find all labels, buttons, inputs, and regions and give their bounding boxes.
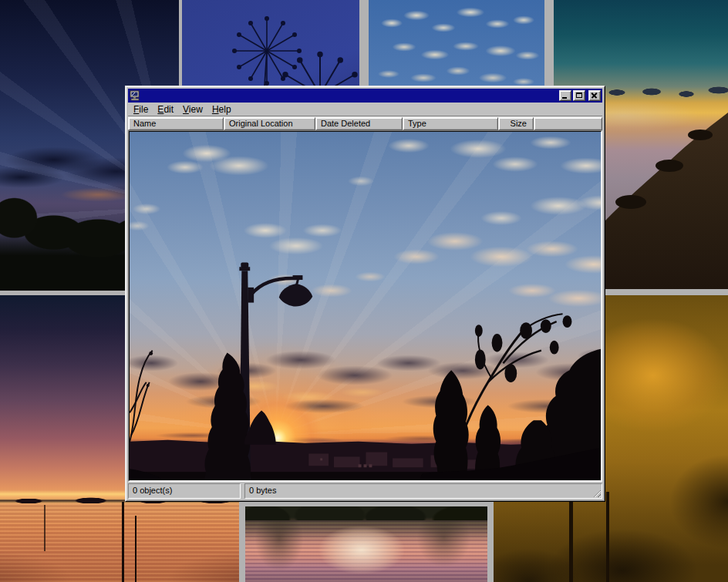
menu-view[interactable]: View bbox=[178, 103, 207, 116]
recycle-bin-window: File Edit View Help Name Original Locati… bbox=[125, 86, 605, 502]
silhouettes bbox=[130, 132, 601, 480]
menu-edit[interactable]: Edit bbox=[153, 103, 178, 116]
sunset-photo-background bbox=[130, 132, 601, 480]
water-pole bbox=[122, 502, 124, 582]
left-branches bbox=[130, 351, 153, 442]
rippled-water bbox=[245, 520, 487, 582]
column-header-filler bbox=[534, 117, 602, 130]
titlebar[interactable] bbox=[128, 89, 602, 103]
column-header-name[interactable]: Name bbox=[128, 117, 224, 130]
maximize-button[interactable] bbox=[573, 90, 585, 101]
status-bar: 0 object(s) 0 bytes bbox=[128, 483, 602, 499]
computer-icon[interactable] bbox=[130, 90, 140, 101]
water-pole bbox=[135, 516, 136, 582]
column-header-size[interactable]: Size bbox=[498, 117, 534, 130]
column-header-date-deleted[interactable]: Date Deleted bbox=[315, 117, 403, 130]
menu-bar: File Edit View Help bbox=[128, 103, 602, 117]
close-button[interactable] bbox=[588, 90, 601, 101]
column-headers: Name Original Location Date Deleted Type… bbox=[128, 117, 602, 130]
list-view bbox=[128, 130, 602, 482]
wallpaper-tile-lake-reflection bbox=[245, 506, 487, 582]
column-header-type[interactable]: Type bbox=[403, 117, 498, 130]
water-pole bbox=[44, 505, 46, 551]
blurred-pole bbox=[606, 492, 609, 582]
column-header-original-location[interactable]: Original Location bbox=[224, 117, 315, 130]
minimize-button[interactable] bbox=[559, 90, 571, 101]
status-bytes: 0 bytes bbox=[244, 483, 602, 499]
water-reflection bbox=[0, 503, 239, 582]
blurred-pole bbox=[569, 496, 573, 582]
status-objects: 0 object(s) bbox=[128, 483, 241, 499]
menu-file[interactable]: File bbox=[129, 103, 153, 116]
menu-help[interactable]: Help bbox=[207, 103, 236, 116]
